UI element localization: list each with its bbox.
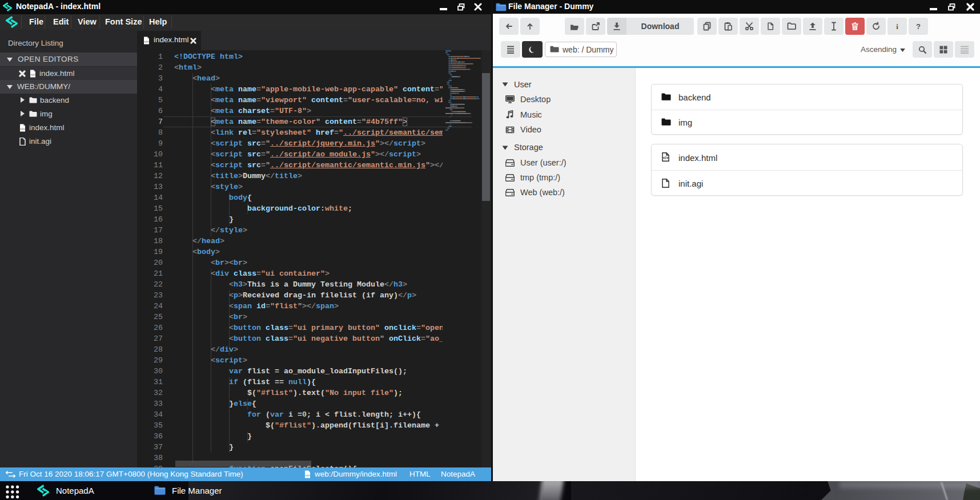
svg-text:</>: </> [663,156,669,160]
svg-text:</>: </> [20,127,25,131]
svg-text:</>: </> [30,73,35,76]
svg-text:</>: </> [305,474,310,477]
svg-text:?: ? [916,22,921,31]
svg-text:</>: </> [144,40,149,43]
svg-text:i: i [896,22,898,31]
